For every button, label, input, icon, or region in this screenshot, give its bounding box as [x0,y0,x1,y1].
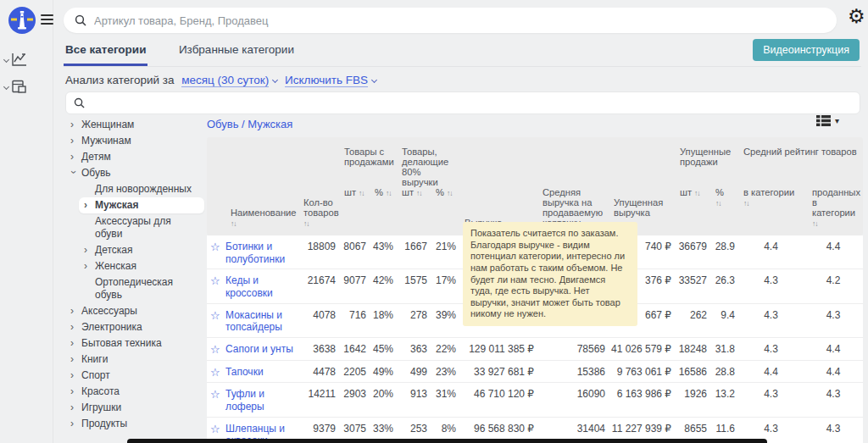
cell-pct_sales: 20% [370,386,397,401]
cell-sht_sales: 716 [339,307,370,322]
category-link[interactable]: Тапочки [225,364,298,379]
sidebar-item[interactable]: ›Женская [79,258,204,274]
shop-icon [11,80,26,93]
caret-down-icon [371,77,377,83]
cell-srednyaya: 16090 [537,386,609,401]
cell-rating_sold: 4.3 [807,421,863,435]
cell-rating_sold: 4.3 [807,307,863,322]
category-link[interactable]: Кеды и кроссовки [225,273,298,299]
cell-sht_missed: 8655 [675,421,710,435]
col-header-pct-sales[interactable]: %↑↓ [370,186,397,197]
sidebar-item-label: Электроника [81,321,142,334]
table-row: ☆Туфли и лоферы14211290320%91331%46 710 … [207,382,863,416]
cell-pct_sales: 45% [370,341,397,356]
cell-pct_missed: 11.6 [710,421,738,435]
cell-pct_missed: 28.9 [710,239,738,253]
sidebar-item[interactable]: Для новорожденных [79,181,204,197]
sidebar-item-label: Женщинам [81,119,134,131]
sidebar-item[interactable]: Ортопедическая обувь [79,274,204,303]
cell-pct_80: 23% [431,364,459,379]
chevron-right-icon: › [84,244,90,256]
cell-rating_sold: 4.4 [807,341,863,356]
sidebar-item[interactable]: ›Детская [79,242,204,258]
cell-rating_sold: 4.3 [807,386,863,401]
tab-all-categories[interactable]: Все категории [64,37,147,66]
search-icon [74,97,85,108]
cell-pct_missed: 13.2 [710,386,738,401]
category-search-input[interactable] [91,97,852,109]
gear-icon[interactable]: ⚙ [848,7,865,26]
chevron-right-icon: › [84,199,90,211]
col-header-kolvo[interactable]: Кол-во товаров↑↓ [298,197,339,228]
nav-analytics[interactable] [4,53,27,66]
cell-sht_sales: 2903 [339,386,370,401]
sidebar-item[interactable]: ›Женщинам [65,117,204,133]
cell-pct_sales: 33% [370,421,397,435]
fbs-dropdown[interactable]: Исключить FBS [285,74,368,87]
sidebar-item[interactable]: ›Обувь [65,165,204,181]
cell-pct_missed: 28.8 [710,364,738,379]
cell-upushchennaya: 11 227 939 ₽ [609,421,675,435]
global-search-input[interactable] [94,14,826,27]
cell-sht_80: 278 [397,307,431,322]
chevron-right-icon: › [70,119,76,130]
star-icon[interactable]: ☆ [207,364,225,379]
table-row: ☆Тапочки4478220549%49923%33 927 681 ₽153… [207,360,863,383]
star-icon[interactable]: ☆ [207,307,225,323]
sidebar-item[interactable]: ›Спорт [65,368,204,384]
sidebar-item[interactable]: ›Электроника [65,319,204,335]
star-icon[interactable]: ☆ [207,239,225,254]
video-instruction-button[interactable]: Видеоинструкция [753,39,860,61]
tab-favorite-categories[interactable]: Избранные категории [177,37,296,64]
table-view-toggle[interactable]: ▾ [816,115,839,126]
cell-pct_sales: 18% [370,307,397,322]
star-icon[interactable]: ☆ [207,386,225,401]
cell-kolvo: 4078 [298,307,339,322]
category-tree: ›Женщинам›Мужчинам›Детям›ОбувьДля новоро… [65,117,204,432]
star-icon[interactable]: ☆ [207,273,225,288]
category-link[interactable]: Сапоги и унты [225,341,298,356]
sidebar-item[interactable]: ›Продукты [65,416,204,432]
hamburger-menu-icon[interactable] [41,14,53,16]
global-search[interactable] [64,8,837,33]
sidebar-item[interactable]: ›Бытовая техника [65,335,204,352]
sidebar-item[interactable]: ›Книги [65,352,204,368]
sidebar-item[interactable]: ›Игрушки [65,400,204,416]
col-header-sht-80[interactable]: шт↑↓ [397,186,431,197]
category-search[interactable] [65,91,860,114]
col-header-pct-80[interactable]: %↑↓ [431,186,459,197]
cell-sht_80: 1575 [397,273,431,287]
star-icon[interactable]: ☆ [207,421,225,436]
col-header-sht-sales[interactable]: шт↑↓ [339,186,370,197]
nav-shops[interactable] [4,80,26,93]
sidebar-item[interactable]: ›Мужская [79,197,204,213]
sidebar-item-label: Ортопедическая обувь [95,276,199,302]
group-header-80: Товары, делающие 80% выручки [397,147,459,187]
category-link[interactable]: Туфли и лоферы [225,386,298,413]
cell-pct_80: 31% [431,386,459,401]
category-link[interactable]: Мокасины и топсайдеры [225,307,298,334]
cell-pct_80: 22% [431,341,459,356]
breadcrumb[interactable]: Обувь / Мужская [207,118,292,130]
col-header-name[interactable]: Наименование↑↓ [225,208,298,228]
sidebar-item[interactable]: Аксессуары для обуви [79,213,204,242]
mayak-logo[interactable] [8,7,36,34]
sidebar-item[interactable]: ›Аксессуары [65,303,204,319]
cell-pct_missed: 9.4 [710,307,738,322]
category-link[interactable]: Ботинки и полуботинки [225,239,298,265]
sidebar-item-label: Бытовая техника [81,337,162,350]
star-icon[interactable]: ☆ [207,341,225,357]
period-dropdown[interactable]: месяц (30 суток) [181,74,269,87]
chevron-right-icon: › [70,369,76,381]
cell-sht_80: 1667 [397,239,431,253]
sidebar-item[interactable]: ›Мужчинам [65,133,204,149]
col-header-rating-sold[interactable]: проданных в категории↑↓ [807,186,863,228]
col-header-sht-missed[interactable]: шт↑↓ [675,186,710,197]
cell-sht_missed: 33527 [675,273,710,287]
sidebar-item[interactable]: ›Красота [65,384,204,400]
chevron-right-icon: › [70,418,76,429]
sidebar-item[interactable]: ›Детям [65,149,204,165]
col-header-pct-missed[interactable]: %↑↓ [710,186,738,208]
col-header-rating-category[interactable]: в категории↑↓ [738,186,807,208]
cell-pct_sales: 49% [370,364,397,379]
